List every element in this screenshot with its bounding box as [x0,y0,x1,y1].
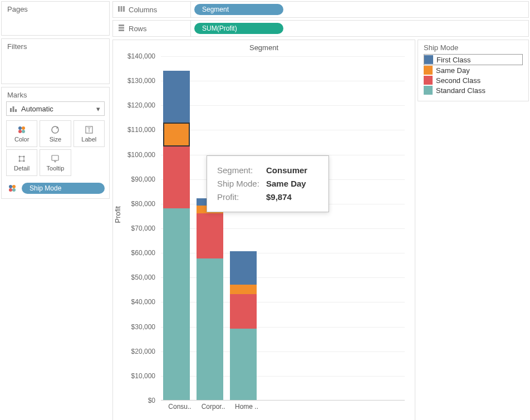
pages-shelf[interactable]: Pages [1,1,110,36]
columns-icon [117,5,125,14]
marks-size-label: Size [50,136,61,143]
bar-segment[interactable] [163,71,190,123]
legend-item[interactable]: Same Day [424,65,523,75]
marks-color-label: Color [14,136,29,143]
svg-rect-18 [52,155,58,160]
bar-segment[interactable] [197,258,223,400]
chart-area: Profit $0$10,000$20,000$30,000$40,000$50… [113,56,415,411]
y-tick: $130,000 [127,77,155,85]
svg-rect-23 [118,6,120,12]
bar[interactable] [230,251,257,400]
marks-size-button[interactable]: Size [40,120,71,147]
marks-label-label: Label [81,136,96,143]
bar-segment[interactable] [230,251,257,285]
detail-icon [17,154,27,164]
grid-line [161,56,405,57]
bar-segment[interactable] [230,285,257,295]
y-axis: $0$10,000$20,000$30,000$40,000$50,000$60… [113,56,159,401]
rows-shelf[interactable]: Rows SUM(Profit) [112,20,529,37]
grid-line [161,130,405,130]
legend-swatch [424,55,433,64]
svg-rect-27 [119,27,124,28]
svg-rect-25 [123,6,125,12]
svg-point-22 [12,188,16,192]
y-tick: $100,000 [127,151,155,159]
legend-label: Same Day [436,66,470,75]
grid-line [161,105,405,106]
color-assignment-icon [6,183,18,193]
chevron-down-icon: ▾ [92,105,104,113]
columns-shelf[interactable]: Columns Segment [112,1,529,18]
tooltip-icon [50,154,60,164]
svg-point-19 [9,185,12,188]
svg-rect-24 [121,6,122,12]
tooltip-profit-value: $9,874 [266,191,292,204]
marks-type-dropdown[interactable]: Automatic ▾ [6,101,105,116]
filters-shelf[interactable]: Filters [1,38,110,84]
y-tick: $110,000 [127,126,155,134]
bar-segment[interactable] [230,329,257,400]
legend: Ship Mode First ClassSame DaySecond Clas… [418,40,529,101]
legend-item[interactable]: Standard Class [424,85,523,95]
tooltip: Segment:Consumer Ship Mode:Same Day Prof… [207,155,329,212]
svg-rect-1 [13,106,14,112]
rows-pill[interactable]: SUM(Profit) [194,23,283,34]
tooltip-shipmode-label: Ship Mode: [217,177,263,191]
marks-detail-button[interactable]: Detail [6,149,37,176]
marks-tooltip-button[interactable]: Tooltip [40,149,71,176]
bar-segment[interactable] [163,123,190,147]
tooltip-segment-value: Consumer [266,164,307,177]
rows-icon [117,24,125,33]
y-tick: $10,000 [131,372,155,380]
color-icon [17,125,27,135]
bar[interactable] [163,71,190,400]
x-label: Home .. [230,403,263,411]
legend-item[interactable]: First Class [424,54,523,65]
bar-segment[interactable] [230,294,257,329]
columns-pill[interactable]: Segment [194,4,283,15]
legend-item[interactable]: Second Class [424,75,523,85]
svg-point-4 [22,126,25,130]
chart-panel: Segment Profit $0$10,000$20,000$30,000$4… [112,40,415,420]
y-tick: $30,000 [131,323,155,331]
bar-chart-icon [7,105,20,113]
legend-label: Standard Class [436,86,485,95]
svg-rect-26 [119,25,124,26]
y-tick: $90,000 [131,175,155,183]
legend-label: Second Class [436,76,480,85]
y-tick: $50,000 [131,274,155,281]
marks-color-button[interactable]: Color [6,120,37,147]
size-icon [50,125,60,135]
legend-swatch [424,76,433,85]
marks-title: Marks [2,87,109,101]
x-axis: Consu..Corpor..Home .. [161,403,405,411]
y-tick: $60,000 [131,249,155,257]
svg-point-21 [9,188,12,192]
x-label: Consu.. [163,403,197,411]
svg-point-20 [12,185,16,188]
y-tick: $120,000 [127,101,155,109]
y-tick: $80,000 [131,200,155,208]
marks-dropdown-label: Automatic [20,105,92,113]
svg-text:T: T [87,127,91,133]
marks-detail-label: Detail [14,165,30,172]
bar-segment[interactable] [163,208,190,400]
bar-segment[interactable] [197,213,223,259]
bar-segment[interactable] [163,146,190,208]
svg-rect-0 [10,108,12,112]
y-tick: $70,000 [131,224,155,232]
grid-line [161,81,405,81]
y-tick: $140,000 [127,52,155,60]
color-pill[interactable]: Ship Mode [22,183,105,194]
legend-swatch [424,86,433,95]
marks-label-button[interactable]: T Label [73,120,105,147]
tooltip-profit-label: Profit: [217,191,263,204]
label-icon: T [84,125,94,135]
marks-card: Marks Automatic ▾ Color [1,87,110,199]
chart-title: Segment [113,40,415,52]
filters-title: Filters [2,39,109,54]
bar[interactable] [197,198,223,400]
legend-label: First Class [436,56,470,64]
tooltip-shipmode-value: Same Day [266,177,306,191]
plot-area[interactable] [161,56,405,401]
